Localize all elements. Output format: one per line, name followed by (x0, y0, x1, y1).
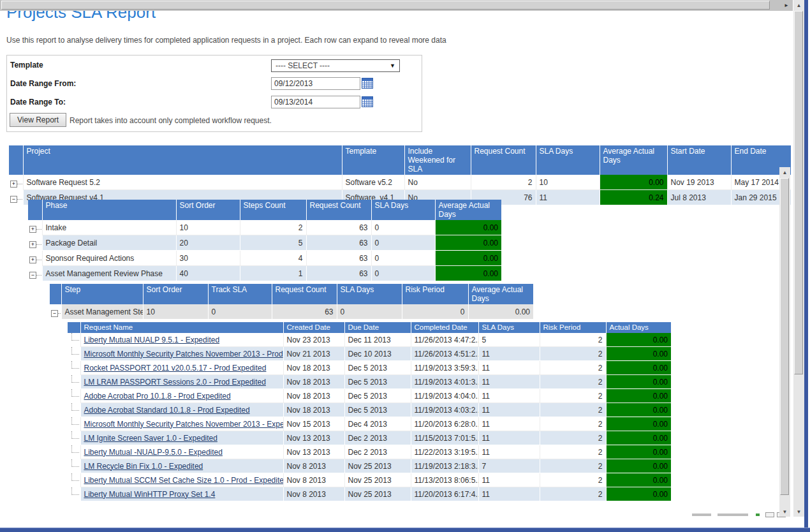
table-scrollbar-thumb[interactable] (780, 178, 789, 495)
window-frame-bottom (0, 528, 810, 532)
request-row: Adobe Acrobat Standard 10.1.8 - Prod Exp… (68, 403, 671, 417)
filter-form: Template ---- SELECT ---- ▼ Date Range F… (6, 55, 422, 132)
request-name-cell: LM LRAM PASSPORT Sessions 2.0 - Prod Exp… (80, 375, 283, 389)
collapse-toggle[interactable]: − (51, 310, 61, 317)
actual-days-cell: 0.00 (606, 459, 671, 473)
phase-row: + Intake 10 2 63 0 0.00 (28, 220, 501, 235)
scroll-up-icon[interactable]: ▲ (793, 0, 804, 10)
actual-days-cell: 0.00 (606, 347, 671, 361)
view-report-button[interactable]: View Report (10, 113, 66, 127)
col-risk-period: Risk Period (402, 284, 468, 304)
sla-days-cell: 5 (478, 333, 540, 347)
date-from-input[interactable] (271, 77, 360, 90)
report-note: Report takes into account only completed… (70, 116, 272, 125)
scroll-down-icon[interactable]: ▼ (793, 506, 804, 517)
sort-order-cell: 10 (143, 304, 208, 320)
request-link[interactable]: Liberty Mutual -NUALP-9.5.0 - Expedited (84, 448, 223, 457)
due-date-cell: Dec 10 2013 (344, 347, 411, 361)
include-weekend-cell: No (404, 175, 471, 190)
col-sort-order: Sort Order (143, 284, 208, 304)
calendar-icon[interactable] (362, 78, 373, 89)
scroll-up-icon[interactable]: ▲ (779, 167, 790, 177)
request-link[interactable]: Liberty Mutual WinHTTP Proxy Set 1.4 (84, 490, 216, 499)
due-date-cell: Dec 5 2013 (344, 389, 411, 403)
scroll-right-icon[interactable]: ► (781, 0, 792, 10)
request-name-cell: Liberty Mutual SCCM Set Cache Size 1.0 -… (80, 473, 283, 487)
expand-toggle[interactable]: + (10, 181, 23, 188)
col-completed-date: Completed Date (411, 322, 478, 333)
request-link[interactable]: Liberty Mutual NUALP 9.5.1 - Expedited (84, 336, 220, 344)
completed-date-cell: 11/20/2013 6:17:4... (411, 487, 478, 501)
scroll-down-icon[interactable]: ▼ (779, 506, 790, 517)
risk-period-cell: 2 (540, 487, 606, 501)
risk-period-cell: 2 (540, 431, 606, 445)
col-request-count: Request Count (306, 200, 371, 220)
request-link[interactable]: Liberty Mutual SCCM Set Cache Size 1.0 -… (84, 476, 284, 485)
request-link[interactable]: Microsoft Monthly Security Patches Novem… (84, 420, 284, 429)
expander-cell: + (28, 220, 42, 235)
request-name-cell: LM Recycle Bin Fix 1.0 - Expedited (80, 459, 283, 473)
actual-days-cell: 0.00 (606, 333, 671, 347)
avg-actual-days-cell: 0.24 (600, 190, 667, 205)
page-vertical-scrollbar[interactable]: ▲ ▼ (793, 0, 804, 517)
template-select[interactable]: ---- SELECT ---- ▼ (271, 59, 400, 72)
request-name-cell: Adobe Acrobat Pro 10.1.8 - Prod Expedite… (80, 389, 283, 403)
due-date-cell: Dec 5 2013 (344, 403, 411, 417)
collapse-icon: − (10, 196, 17, 203)
created-date-cell: Nov 15 2013 (283, 417, 344, 431)
request-link[interactable]: Adobe Acrobat Pro 10.1.8 - Prod Expedite… (84, 392, 231, 401)
request-name-cell: Microsoft Monthly Security Patches Novem… (80, 347, 283, 361)
request-link[interactable]: Rocket PASSPORT 2011 v20.0.5.17 - Prod E… (84, 364, 267, 373)
request-name-cell: Liberty Mutual -NUALP-9.5.0 - Expedited (80, 445, 283, 459)
col-created-date: Created Date (283, 322, 344, 333)
tree-branch-icon (71, 417, 79, 425)
expander-cell: − (50, 304, 61, 320)
created-date-cell: Nov 8 2013 (283, 487, 344, 501)
due-date-cell: Dec 5 2013 (344, 361, 411, 375)
horizontal-scrollbar[interactable]: ► (0, 0, 793, 11)
col-request-count: Request Count (471, 145, 536, 175)
clipped-content-fragment (692, 514, 711, 516)
project-row: + Software Request 5.2 Software v5.2 No … (9, 175, 791, 190)
expand-toggle[interactable]: + (29, 226, 42, 233)
request-link[interactable]: Microsoft Monthly Security Patches Novem… (84, 350, 283, 358)
request-row: Liberty Mutual SCCM Set Cache Size 1.0 -… (68, 473, 671, 487)
created-date-cell: Nov 8 2013 (283, 473, 344, 487)
col-risk-period: Risk Period (540, 322, 606, 333)
request-row: Adobe Acrobat Pro 10.1.8 - Prod Expedite… (68, 389, 671, 403)
expander-cell: + (28, 235, 42, 251)
date-to-input[interactable] (271, 96, 360, 108)
clipped-content-fragment (718, 514, 748, 516)
due-date-cell: Dec 2 2013 (344, 431, 411, 445)
phase-cell: Intake (42, 220, 176, 235)
table-vertical-scrollbar[interactable]: ▲ ▼ (779, 167, 790, 517)
avg-actual-days-cell: 0.00 (468, 304, 533, 320)
sla-days-cell: 0 (371, 266, 435, 281)
request-link[interactable]: Adobe Acrobat Standard 10.1.8 - Prod Exp… (84, 406, 250, 415)
avg-actual-days-cell: 0.00 (600, 175, 667, 190)
request-link[interactable]: LM Ignite Screen Saver 1.0 - Expedited (84, 434, 217, 443)
tree-connector (36, 229, 42, 230)
request-link[interactable]: LM Recycle Bin Fix 1.0 - Expedited (84, 462, 203, 471)
calendar-icon[interactable] (362, 96, 373, 107)
request-name-cell: Microsoft Monthly Security Patches Novem… (80, 417, 283, 431)
phase-row: + Package Detail 20 5 63 0 0.00 (28, 235, 501, 251)
expand-toggle[interactable]: + (29, 241, 42, 248)
col-step: Step (61, 284, 143, 304)
collapse-toggle[interactable]: − (29, 272, 42, 279)
horizontal-scrollbar-thumb[interactable] (1, 1, 770, 10)
request-count-cell: 63 (272, 304, 337, 320)
avg-actual-days-cell: 0.00 (435, 251, 501, 266)
request-name-cell: Rocket PASSPORT 2011 v20.0.5.17 - Prod E… (80, 361, 283, 375)
sla-days-cell: 11 (478, 347, 540, 361)
request-count-cell: 63 (306, 251, 371, 266)
request-link[interactable]: LM LRAM PASSPORT Sessions 2.0 - Prod Exp… (84, 378, 266, 387)
expand-toggle[interactable]: + (29, 256, 42, 263)
page-scrollbar-thumb[interactable] (794, 11, 803, 374)
phase-cell: Package Detail (42, 235, 176, 251)
request-count-cell: 63 (306, 266, 371, 281)
actual-days-cell: 0.00 (606, 361, 671, 375)
sla-days-cell: 11 (478, 403, 540, 417)
collapse-toggle[interactable]: − (10, 196, 23, 203)
project-cell: Software Request 5.2 (23, 175, 342, 190)
